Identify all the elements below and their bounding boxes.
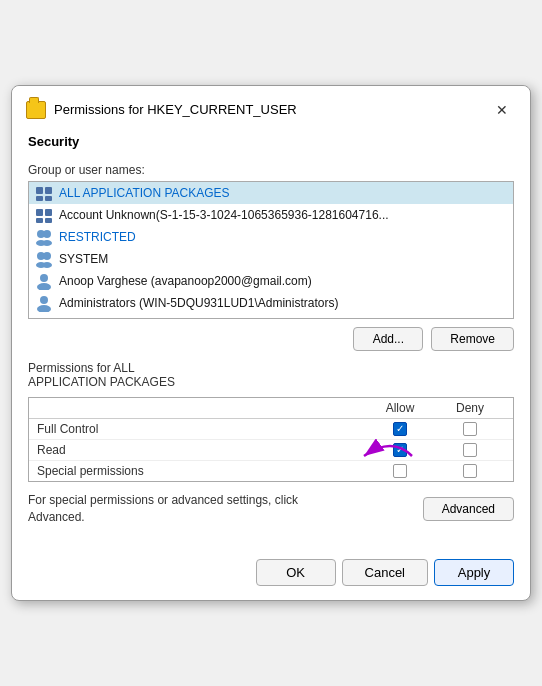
read-allow[interactable]: ✓ — [365, 443, 435, 457]
svg-point-15 — [42, 262, 52, 268]
title-bar: Permissions for HKEY_CURRENT_USER ✕ — [12, 86, 530, 130]
add-button[interactable]: Add... — [353, 327, 423, 351]
deny-checkbox[interactable] — [463, 464, 477, 478]
title-bar-left: Permissions for HKEY_CURRENT_USER — [26, 101, 297, 119]
advanced-description: For special permissions or advanced sett… — [28, 492, 328, 526]
svg-rect-6 — [36, 218, 43, 223]
close-button[interactable]: ✕ — [488, 96, 516, 124]
user-action-buttons: Add... Remove — [28, 327, 514, 351]
deny-column-header: Deny — [435, 401, 505, 415]
allow-checkbox[interactable]: ✓ — [393, 443, 407, 457]
svg-rect-7 — [45, 218, 52, 223]
permission-name: Full Control — [37, 422, 365, 436]
person-icon — [35, 294, 53, 312]
folder-icon — [26, 101, 46, 119]
permission-name: Special permissions — [37, 464, 365, 478]
svg-point-17 — [37, 283, 51, 290]
svg-rect-0 — [36, 187, 43, 194]
list-item[interactable]: ALL APPLICATION PACKAGES — [29, 182, 513, 204]
group-section-label: Group or user names: — [28, 163, 514, 177]
apply-button[interactable]: Apply — [434, 559, 514, 586]
allow-checkbox[interactable] — [393, 464, 407, 478]
allow-checkbox[interactable]: ✓ — [393, 422, 407, 436]
svg-point-9 — [43, 230, 51, 238]
allow-column-header: Allow — [365, 401, 435, 415]
cancel-button[interactable]: Cancel — [342, 559, 428, 586]
user-name: Account Unknown(S-1-15-3-1024-1065365936… — [59, 208, 389, 222]
security-tab-label: Security — [28, 134, 514, 153]
user-name: RESTRICTED — [59, 230, 136, 244]
permission-name: Read — [37, 443, 365, 457]
ok-button[interactable]: OK — [256, 559, 336, 586]
full-control-allow[interactable]: ✓ — [365, 422, 435, 436]
svg-rect-4 — [36, 209, 43, 216]
svg-point-13 — [43, 252, 51, 260]
permission-row-special: Special permissions — [29, 461, 513, 481]
permissions-table: Allow Deny Full Control ✓ Read ✓ — [28, 397, 514, 482]
special-deny[interactable] — [435, 464, 505, 478]
svg-point-19 — [37, 305, 51, 312]
person-icon — [35, 272, 53, 290]
dialog-body: Security Group or user names: ALL APPLIC… — [12, 130, 530, 552]
group-icon — [35, 184, 53, 202]
advanced-row: For special permissions or advanced sett… — [28, 492, 514, 526]
list-item[interactable]: Anoop Varghese (avapanoop2000@gmail.com) — [29, 270, 513, 292]
svg-rect-2 — [36, 196, 43, 201]
advanced-button[interactable]: Advanced — [423, 497, 514, 521]
user-list[interactable]: ALL APPLICATION PACKAGES Account Unknown… — [28, 181, 514, 319]
user-name: SYSTEM — [59, 252, 108, 266]
list-item[interactable]: Account Unknown(S-1-15-3-1024-1065365936… — [29, 204, 513, 226]
permission-row-fullcontrol: Full Control ✓ — [29, 419, 513, 440]
group-icon — [35, 228, 53, 246]
svg-rect-1 — [45, 187, 52, 194]
dialog-title: Permissions for HKEY_CURRENT_USER — [54, 102, 297, 117]
group-icon — [35, 250, 53, 268]
remove-button[interactable]: Remove — [431, 327, 514, 351]
list-item[interactable]: RESTRICTED — [29, 226, 513, 248]
svg-point-18 — [40, 296, 48, 304]
user-name: Anoop Varghese (avapanoop2000@gmail.com) — [59, 274, 312, 288]
special-allow[interactable] — [365, 464, 435, 478]
list-item[interactable]: SYSTEM — [29, 248, 513, 270]
permissions-label: Permissions for ALL APPLICATION PACKAGES — [28, 361, 514, 389]
user-name: ALL APPLICATION PACKAGES — [59, 186, 230, 200]
dialog-footer: OK Cancel Apply — [12, 551, 530, 600]
deny-checkbox[interactable] — [463, 422, 477, 436]
full-control-deny[interactable] — [435, 422, 505, 436]
svg-point-16 — [40, 274, 48, 282]
deny-checkbox[interactable] — [463, 443, 477, 457]
permissions-header: Allow Deny — [29, 398, 513, 419]
group-icon — [35, 206, 53, 224]
permission-row-read: Read ✓ — [29, 440, 513, 461]
svg-rect-5 — [45, 209, 52, 216]
read-deny[interactable] — [435, 443, 505, 457]
user-name: Administrators (WIN-5DQU931LUD1\Administ… — [59, 296, 338, 310]
list-item[interactable]: Administrators (WIN-5DQU931LUD1\Administ… — [29, 292, 513, 314]
svg-point-11 — [42, 240, 52, 246]
permissions-dialog: Permissions for HKEY_CURRENT_USER ✕ Secu… — [11, 85, 531, 602]
svg-rect-3 — [45, 196, 52, 201]
